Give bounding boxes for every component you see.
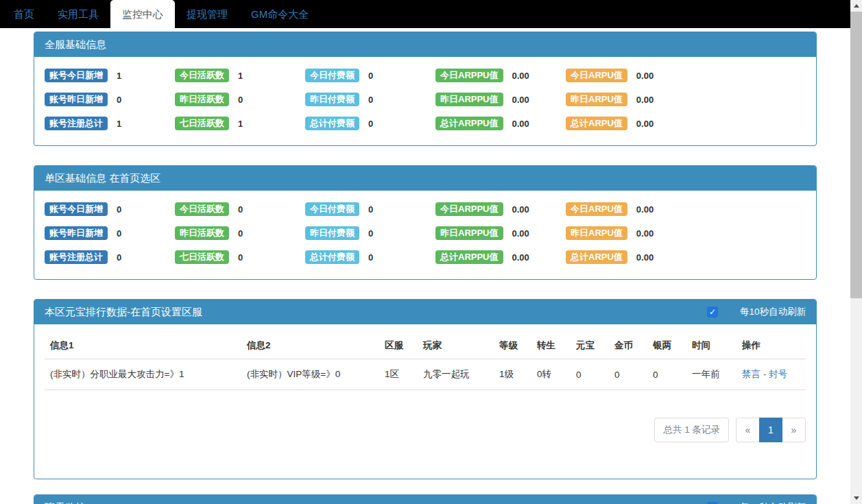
stat-row: 账号注册总计 1 七日活跃数 1 总计付费额 0 总计ARPPU值 0.00 — [45, 117, 806, 130]
stat-value: 0.00 — [512, 204, 529, 215]
stat-value: 0.00 — [512, 119, 529, 129]
stat-cell: 昨日活跃数 0 — [175, 226, 305, 240]
panel-all-server-body: 账号今日新增 1 今日活跃数 1 今日付费额 0 今日ARPPU值 0.00 — [34, 57, 816, 145]
stat-cell: 七日活跃数 1 — [175, 117, 305, 130]
auto-refresh-label: 每10秒自动刷新 — [740, 501, 806, 504]
stat-value: 0 — [117, 228, 121, 239]
cell-info2: (非实时）VIP等级=》0 — [241, 359, 379, 390]
stat-value: 0 — [368, 95, 373, 105]
stat-badge-label: 昨日活跃数 — [175, 226, 229, 240]
stat-badge-label: 账号今日新增 — [45, 69, 108, 82]
stat-value: 0 — [117, 204, 121, 215]
pagination: 总共 1 条记录 « 1 » — [45, 418, 806, 442]
cell-yuanbao: 0 — [571, 359, 609, 390]
stat-badge-label: 今日付费额 — [305, 69, 359, 82]
col-header-yuanbao: 元宝 — [571, 333, 609, 359]
stat-badge-label: 今日付费额 — [305, 202, 359, 216]
stat-cell: 昨日付费额 0 — [305, 226, 435, 240]
col-header-actions: 操作 — [737, 333, 806, 359]
col-header-info1: 信息1 — [45, 333, 241, 359]
top-navbar: 首页 实用工具 监控中心 提现管理 GM命令大全 — [0, 0, 850, 28]
stat-row: 账号今日新增 0 今日活跃数 0 今日付费额 0 今日ARPPU值 0.00 — [45, 202, 806, 216]
stat-cell: 昨日付费额 0 — [305, 93, 435, 106]
panel-single-zone-info: 单区基础信息 在首页选区 账号今日新增 0 今日活跃数 0 今日付费额 0 — [34, 165, 817, 280]
stat-cell: 账号今日新增 0 — [45, 202, 175, 216]
table-header-row: 信息1 信息2 区服 玩家 等级 转生 元宝 金币 银两 时间 操作 — [45, 333, 806, 359]
cell-time: 一年前 — [686, 359, 737, 390]
panel-title: 单区基础信息 在首页选区 — [45, 172, 160, 185]
stat-value: 0.00 — [512, 228, 529, 239]
stat-cell: 今日付费额 0 — [305, 69, 435, 82]
stat-badge-label: 今日ARPPU值 — [435, 69, 503, 82]
nav-item-monitor-center[interactable]: 监控中心 — [110, 0, 175, 28]
col-header-silver: 银两 — [647, 333, 686, 359]
stat-cell: 账号今日新增 1 — [45, 69, 175, 82]
stat-cell: 总计ARPU值 0.00 — [566, 117, 696, 130]
nav-item-withdraw-management[interactable]: 提现管理 — [175, 0, 239, 28]
panel-single-zone-body: 账号今日新增 0 今日活跃数 0 今日付费额 0 今日ARPPU值 0.00 — [34, 191, 816, 279]
pager: « 1 » — [736, 418, 806, 442]
scroll-up-button[interactable] — [850, 0, 862, 12]
panel-chat-monitor: 聊天监控 ✓ 每10秒自动刷新 — [34, 494, 817, 504]
stat-cell: 账号注册总计 0 — [45, 250, 175, 264]
stat-badge-label: 今日活跃数 — [175, 202, 229, 216]
stat-value: 0 — [238, 95, 243, 105]
stat-cell: 昨日ARPPU值 0.00 — [435, 226, 566, 240]
scroll-down-button[interactable] — [850, 492, 862, 504]
col-header-info2: 信息2 — [241, 333, 379, 359]
stat-badge-label: 账号昨日新增 — [45, 93, 108, 106]
stat-cell: 今日付费额 0 — [305, 202, 435, 216]
stat-badge-label: 昨日活跃数 — [175, 93, 229, 106]
content-area: 首页 实用工具 监控中心 提现管理 GM命令大全 全服基础信息 账号今日新增 1… — [0, 0, 850, 504]
col-header-player: 玩家 — [418, 333, 494, 359]
auto-refresh-checkbox[interactable]: ✓ — [707, 307, 718, 317]
nav-item-home[interactable]: 首页 — [2, 0, 46, 28]
scroll-down-icon — [854, 496, 859, 500]
stat-badge-label: 总计ARPU值 — [566, 250, 627, 264]
pagination-next-button[interactable]: » — [782, 418, 806, 442]
stat-cell: 今日ARPPU值 0.00 — [435, 202, 566, 216]
pagination-page-1[interactable]: 1 — [759, 418, 782, 442]
stat-badge-label: 昨日付费额 — [305, 226, 359, 240]
stat-badge-label: 账号注册总计 — [45, 250, 108, 264]
panel-chat-heading: 聊天监控 ✓ 每10秒自动刷新 — [34, 495, 816, 504]
stat-value: 0 — [117, 252, 121, 263]
panel-title: 聊天监控 — [45, 501, 86, 504]
stat-cell: 账号注册总计 1 — [45, 117, 175, 130]
scrollbar — [850, 0, 862, 504]
ban-link[interactable]: 封号 — [769, 369, 787, 379]
auto-refresh-label: 每10秒自动刷新 — [740, 306, 806, 318]
stat-value: 0.00 — [636, 252, 654, 263]
action-separator: - — [761, 369, 769, 379]
stat-cell: 账号昨日新增 0 — [45, 93, 175, 106]
stat-value: 1 — [238, 119, 243, 129]
nav-item-gm-commands[interactable]: GM命令大全 — [239, 0, 320, 28]
panel-all-server-info: 全服基础信息 账号今日新增 1 今日活跃数 1 今日付费额 0 — [34, 32, 817, 146]
cell-silver: 0 — [647, 359, 686, 390]
col-header-gold: 金币 — [609, 333, 647, 359]
stat-badge-label: 昨日ARPPU值 — [435, 226, 503, 240]
auto-refresh-control: ✓ 每10秒自动刷新 — [707, 501, 806, 504]
stat-badge-label: 昨日付费额 — [305, 93, 359, 106]
stat-row: 账号注册总计 0 七日活跃数 0 总计付费额 0 总计ARPPU值 0.00 — [45, 250, 806, 264]
stat-value: 0.00 — [636, 204, 654, 215]
pagination-prev-button[interactable]: « — [736, 418, 759, 442]
stat-cell: 今日活跃数 0 — [175, 202, 305, 216]
cell-level: 1级 — [494, 359, 531, 390]
stat-value: 0.00 — [636, 119, 654, 129]
stat-badge-label: 总计付费额 — [305, 117, 359, 130]
stat-cell: 账号昨日新增 0 — [45, 226, 175, 240]
mute-link[interactable]: 禁言 — [742, 369, 761, 379]
cell-info1: (非实时）分职业最大攻击力=》1 — [45, 359, 241, 390]
stat-value: 0.00 — [512, 95, 529, 105]
stat-cell: 总计ARPU值 0.00 — [566, 250, 696, 264]
nav-item-tools[interactable]: 实用工具 — [46, 0, 110, 28]
panel-yuanbao-ranking: 本区元宝排行数据-在首页设置区服 ✓ 每10秒自动刷新 — [34, 299, 817, 479]
table-row: (非实时）分职业最大攻击力=》1 (非实时）VIP等级=》0 1区 九零一起玩 … — [45, 359, 806, 390]
stat-row: 账号昨日新增 0 昨日活跃数 0 昨日付费额 0 昨日ARPPU值 0.00 — [45, 226, 806, 240]
scrollbar-thumb[interactable] — [850, 12, 862, 298]
stat-value: 0 — [368, 252, 373, 263]
scroll-up-icon — [854, 4, 859, 8]
auto-refresh-control: ✓ 每10秒自动刷新 — [707, 306, 806, 318]
main-container: 全服基础信息 账号今日新增 1 今日活跃数 1 今日付费额 0 — [34, 28, 817, 504]
